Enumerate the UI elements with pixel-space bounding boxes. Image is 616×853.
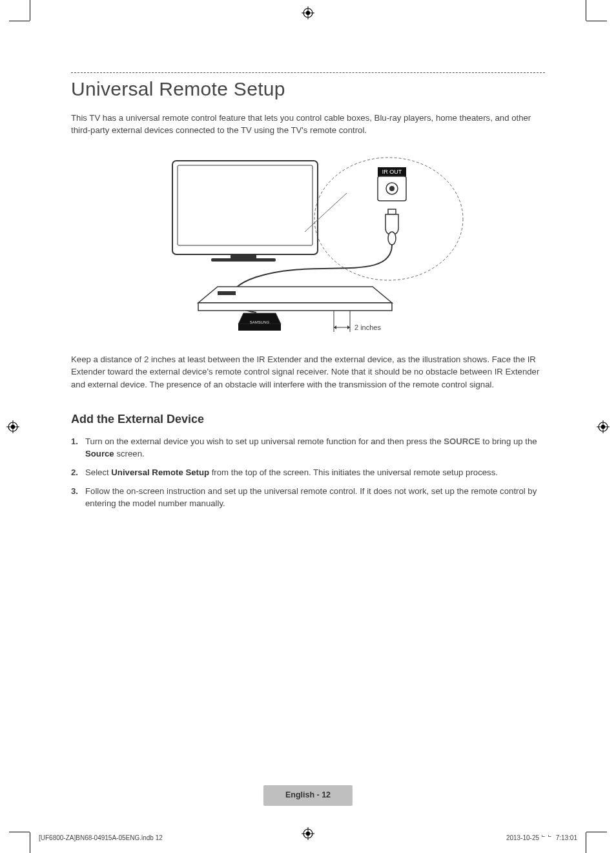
svg-rect-19 (231, 254, 256, 258)
device-brand-label: SAMSUNG (250, 320, 270, 324)
crop-mark (586, 832, 607, 832)
steps-list: 1. Turn on the external device you wish … (71, 435, 545, 510)
crop-mark (586, 0, 586, 21)
svg-rect-30 (238, 324, 281, 331)
step-number: 1. (71, 435, 80, 460)
svg-rect-26 (388, 209, 396, 214)
svg-rect-17 (172, 161, 318, 254)
distance-label: 2 inches (354, 324, 381, 331)
list-item: 2. Select Universal Remote Setup from th… (71, 466, 545, 478)
imposition-left: [UF6800-ZA]BN68-04915A-05ENG.indb 12 (39, 834, 163, 841)
svg-line-21 (305, 193, 347, 232)
section-divider (71, 72, 545, 73)
registration-mark-icon (302, 827, 314, 840)
svg-rect-18 (178, 165, 313, 245)
list-item: 1. Turn on the external device you wish … (71, 435, 545, 460)
step-text: Follow the on-screen instruction and set… (85, 485, 545, 509)
page-title: Universal Remote Setup (71, 78, 545, 100)
page-number-badge: English - 12 (263, 785, 353, 806)
svg-point-25 (389, 186, 395, 191)
svg-point-27 (388, 232, 396, 245)
crop-mark (9, 832, 30, 832)
registration-mark-icon (597, 420, 610, 433)
step-number: 2. (71, 466, 80, 478)
registration-mark-icon (302, 6, 314, 19)
port-label: IR OUT (382, 169, 402, 175)
crop-mark (586, 832, 586, 853)
list-item: 3. Follow the on-screen instruction and … (71, 485, 545, 509)
registration-mark-icon (6, 420, 19, 433)
crop-mark (30, 832, 30, 853)
crop-mark (586, 21, 607, 21)
intro-paragraph: This TV has a universal remote control f… (71, 112, 545, 136)
svg-rect-20 (211, 258, 276, 262)
step-number: 3. (71, 485, 80, 509)
page-content: Universal Remote Setup This TV has a uni… (71, 72, 545, 516)
diagram-caption: Keep a distance of 2 inches at least bet… (71, 353, 545, 390)
section-heading: Add the External Device (71, 413, 545, 426)
step-text: Turn on the external device you wish to … (85, 435, 545, 460)
crop-mark (30, 0, 30, 21)
imposition-right: 2013-10-25 ᄂᄂ 7:13:01 (506, 834, 577, 841)
svg-rect-28 (198, 303, 392, 311)
svg-rect-29 (218, 291, 236, 295)
crop-mark (9, 21, 30, 21)
step-text: Select Universal Remote Setup from the t… (85, 466, 498, 478)
setup-diagram: IR OUT SAMSUNG 2 inches (147, 148, 469, 342)
